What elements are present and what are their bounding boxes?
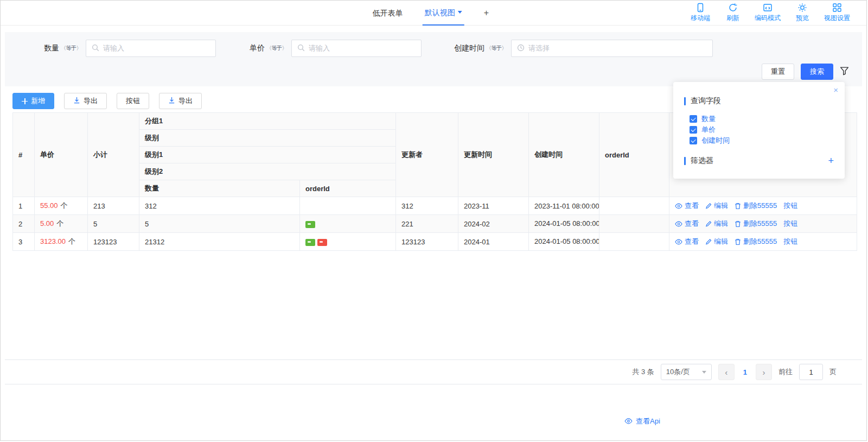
cell-create-time: 2024-01-05 08:00:00 — [529, 233, 599, 251]
tab-default-view[interactable]: 默认视图 — [423, 1, 464, 26]
create-time-value: 2024-01-05 08:00:00 — [534, 219, 599, 228]
checkbox-checked-icon[interactable] — [690, 137, 697, 144]
delete-link[interactable]: 删除55555 — [735, 237, 777, 247]
query-field-create-time[interactable]: 创建时间 — [690, 135, 834, 146]
filter-section-title: 筛选器 — [684, 156, 713, 166]
col-header-level1[interactable]: 级别1 — [139, 147, 396, 163]
code-mode-label: 编码模式 — [755, 14, 781, 23]
filter-fields-row: 数量 〈等于〉 请输入 单价 〈等于〉 请输入 — [14, 40, 853, 57]
tab-form[interactable]: 低开表单 — [371, 1, 405, 26]
chevron-down-icon — [458, 11, 462, 14]
col-header-price[interactable]: 单价 — [35, 113, 88, 197]
delete-link[interactable]: 删除55555 — [735, 219, 777, 229]
goto-page-input[interactable]: 1 — [799, 364, 823, 380]
edit-link[interactable]: 编辑 — [705, 219, 728, 229]
view-api-link[interactable]: 查看Api — [624, 416, 660, 426]
view-settings-button[interactable]: 视图设置 — [824, 3, 850, 23]
export-button-2-label: 导出 — [178, 96, 193, 106]
cell-create-time: 2024-01-05 08:00:00 — [529, 215, 599, 233]
add-button[interactable]: 新增 — [12, 93, 54, 109]
col-header-orderid[interactable]: orderId — [599, 113, 669, 197]
row-button-link[interactable]: 按钮 — [783, 219, 797, 229]
edit-link-label: 编辑 — [714, 237, 728, 247]
query-field-qty[interactable]: 数量 — [690, 113, 834, 124]
col-header-update-time[interactable]: 更新时间 — [458, 113, 529, 197]
price-value: 5.00 — [40, 219, 54, 228]
cell-updater: 312 — [396, 197, 458, 215]
page-unit-label: 页 — [829, 367, 837, 377]
code-mode-button[interactable]: 编码模式 — [755, 3, 781, 23]
cell-index: 3 — [13, 233, 35, 251]
view-link[interactable]: 查看 — [675, 201, 699, 211]
checkbox-checked-icon[interactable] — [690, 126, 697, 134]
col-header-qty[interactable]: 数量 — [139, 180, 300, 197]
query-field-price-label: 单价 — [701, 125, 716, 135]
preview-icon — [797, 3, 807, 12]
mobile-label: 移动端 — [691, 14, 710, 23]
col-header-index[interactable]: # — [13, 113, 35, 197]
cell-index: 2 — [13, 215, 35, 233]
filter-price-input[interactable]: 请输入 — [291, 40, 422, 57]
table-row[interactable]: 1 55.00个 213 312 312 2023-11 2023-11-01 … — [13, 197, 857, 215]
table-row[interactable]: 3 3123.00个 123123 21312 123123 2024-01 2… — [13, 233, 857, 251]
col-header-create-time[interactable]: 创建时间 — [529, 113, 599, 197]
custom-button[interactable]: 按钮 — [117, 93, 149, 109]
table-row[interactable]: 2 5.00个 5 5 221 2024-02 2024-01-05 08:00… — [13, 215, 857, 233]
refresh-label: 刷新 — [726, 14, 739, 23]
mobile-button[interactable]: 移动端 — [690, 3, 711, 23]
current-page[interactable]: 1 — [741, 368, 749, 376]
view-link[interactable]: 查看 — [675, 219, 699, 229]
filter-qty-input[interactable]: 请输入 — [86, 40, 216, 57]
col-header-subtotal[interactable]: 小计 — [88, 113, 139, 197]
checkbox-checked-icon[interactable] — [690, 115, 697, 123]
custom-button-label: 按钮 — [126, 96, 140, 106]
search-icon — [92, 44, 99, 53]
page: 低开表单 默认视图 + 移动端 刷新 — [0, 0, 867, 441]
filter-band: 数量 〈等于〉 请输入 单价 〈等于〉 请输入 — [5, 32, 862, 86]
download-icon — [168, 97, 175, 105]
filter-settings-button[interactable] — [840, 66, 849, 77]
code-mode-icon — [763, 3, 773, 12]
tab-add[interactable]: + — [482, 1, 491, 26]
next-page-button[interactable]: › — [756, 364, 772, 380]
filter-price-label: 单价 — [250, 43, 265, 53]
reset-button[interactable]: 重置 — [762, 64, 794, 80]
refresh-button[interactable]: 刷新 — [722, 3, 744, 23]
delete-link[interactable]: 删除55555 — [735, 201, 777, 211]
export-button-1[interactable]: 导出 — [64, 93, 107, 109]
query-field-create-time-label: 创建时间 — [701, 136, 730, 146]
price-unit: 个 — [68, 237, 75, 245]
filter-section: 筛选器 + — [684, 156, 834, 166]
col-header-sub-orderid[interactable]: orderId — [300, 180, 396, 197]
filter-create-time-input[interactable]: 请选择 — [511, 40, 713, 57]
filter-section-title-label: 筛选器 — [691, 156, 713, 166]
prev-page-button[interactable]: ‹ — [718, 364, 735, 380]
export-button-2[interactable]: 导出 — [159, 93, 202, 109]
col-header-level2[interactable]: 级别2 — [139, 163, 396, 180]
col-header-group1[interactable]: 分组1 — [139, 113, 396, 130]
preview-button[interactable]: 预览 — [792, 3, 813, 23]
row-button-link[interactable]: 按钮 — [783, 237, 797, 247]
filter-price-placeholder: 请输入 — [309, 43, 330, 53]
cell-index: 1 — [13, 197, 35, 215]
view-link[interactable]: 查看 — [675, 237, 699, 247]
page-size-select[interactable]: 10条/页 — [661, 364, 712, 380]
cell-orderid2 — [599, 233, 669, 251]
row-button-link[interactable]: 按钮 — [783, 201, 797, 211]
cell-actions: 查看 编辑 删除55555 按钮 — [669, 197, 857, 215]
popover-close-button[interactable]: × — [833, 85, 838, 94]
red-tag-icon — [317, 239, 327, 246]
edit-link[interactable]: 编辑 — [705, 237, 728, 247]
view-settings-label: 视图设置 — [824, 14, 850, 23]
query-field-price[interactable]: 单价 — [690, 124, 834, 135]
cell-orderid-tags — [300, 215, 396, 233]
accent-bar — [684, 157, 686, 165]
filter-group-qty: 数量 〈等于〉 请输入 — [44, 40, 216, 57]
col-header-level[interactable]: 级别 — [139, 130, 396, 147]
edit-link[interactable]: 编辑 — [705, 201, 728, 211]
cell-create-time: 2023-11-01 08:00:00 — [529, 197, 599, 215]
col-header-updater[interactable]: 更新者 — [396, 113, 458, 197]
row-button-label: 按钮 — [783, 201, 797, 211]
search-button[interactable]: 搜索 — [801, 64, 833, 80]
add-filter-button[interactable]: + — [828, 156, 834, 166]
